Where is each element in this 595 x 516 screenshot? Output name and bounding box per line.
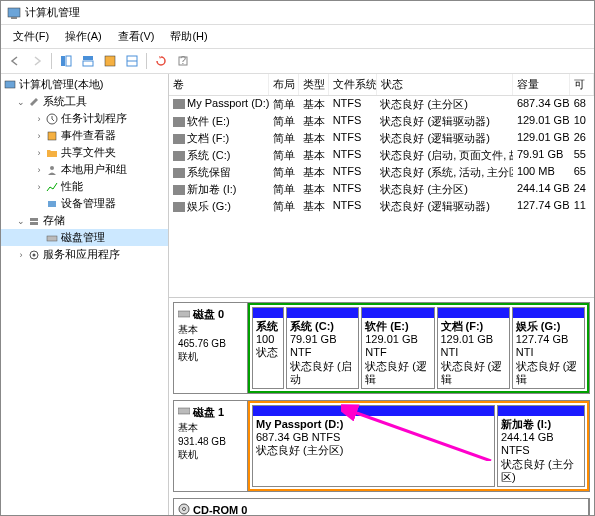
expand-icon[interactable]: › — [33, 182, 45, 192]
col-status[interactable]: 状态 — [377, 74, 513, 95]
partition[interactable]: 文档 (F:)129.01 GB NTI状态良好 (逻辑 — [437, 307, 510, 389]
volume-icon — [173, 134, 185, 144]
view-button-3[interactable] — [100, 51, 120, 71]
volume-icon — [173, 202, 185, 212]
svg-point-20 — [33, 253, 36, 256]
services-icon — [27, 248, 41, 262]
expand-icon[interactable]: › — [33, 131, 45, 141]
view-button-1[interactable] — [56, 51, 76, 71]
disk-0-partitions: 系统100状态系统 (C:)79.91 GB NTF状态良好 (启动软件 (E:… — [248, 303, 589, 393]
volume-row[interactable]: 系统 (C:)简单基本NTFS状态良好 (启动, 页面文件, 故障转储, 主分区… — [169, 147, 594, 164]
partition[interactable]: 软件 (E:)129.01 GB NTF状态良好 (逻辑 — [361, 307, 434, 389]
users-icon — [45, 163, 59, 177]
expand-icon[interactable]: › — [15, 250, 27, 260]
expand-icon[interactable]: › — [33, 148, 45, 158]
svg-rect-13 — [48, 132, 56, 140]
svg-rect-6 — [105, 56, 115, 66]
tree-task-scheduler[interactable]: › 任务计划程序 — [1, 110, 168, 127]
view-button-2[interactable] — [78, 51, 98, 71]
menu-view[interactable]: 查看(V) — [110, 27, 163, 46]
col-type[interactable]: 类型 — [299, 74, 329, 95]
partition[interactable]: 新加卷 (I:)244.14 GB NTFS状态良好 (主分区) — [497, 405, 585, 487]
menubar: 文件(F) 操作(A) 查看(V) 帮助(H) — [1, 25, 594, 49]
tree-performance[interactable]: › 性能 — [1, 178, 168, 195]
svg-point-14 — [50, 166, 54, 170]
event-icon — [45, 129, 59, 143]
svg-rect-22 — [178, 408, 190, 414]
partition[interactable]: 系统 (C:)79.91 GB NTF状态良好 (启动 — [286, 307, 359, 389]
expand-icon[interactable]: › — [33, 165, 45, 175]
computer-icon — [3, 78, 17, 92]
volume-row[interactable]: 软件 (E:)简单基本NTFS状态良好 (逻辑驱动器)129.01 GB10 — [169, 113, 594, 130]
tree-label: 事件查看器 — [61, 128, 116, 143]
menu-action[interactable]: 操作(A) — [57, 27, 110, 46]
toolbar-separator — [51, 53, 52, 69]
disk-icon — [178, 309, 190, 321]
disk-graphical-pane[interactable]: 磁盘 0 基本 465.76 GB 联机 系统100状态系统 (C:)79.91… — [169, 298, 594, 516]
svg-rect-1 — [11, 17, 17, 19]
tree-storage[interactable]: ⌄ 存储 — [1, 212, 168, 229]
volume-row[interactable]: 娱乐 (G:)简单基本NTFS状态良好 (逻辑驱动器)127.74 GB11 — [169, 198, 594, 215]
partition[interactable]: My Passport (D:)687.34 GB NTFS状态良好 (主分区) — [252, 405, 495, 487]
col-free[interactable]: 可 — [570, 74, 594, 95]
tree-device-manager[interactable]: 设备管理器 — [1, 195, 168, 212]
disk-title: 磁盘 1 — [193, 405, 224, 420]
tools-icon — [27, 95, 41, 109]
tree-system-tools[interactable]: ⌄ 系统工具 — [1, 93, 168, 110]
disk-icon — [178, 406, 190, 418]
expand-icon[interactable]: › — [33, 114, 45, 124]
col-layout[interactable]: 布局 — [269, 74, 299, 95]
tree-label: 磁盘管理 — [61, 230, 105, 245]
col-name[interactable]: 卷 — [169, 74, 269, 95]
tree-pane[interactable]: 计算机管理(本地) ⌄ 系统工具 › 任务计划程序 › 事件查看器 › 共享文件… — [1, 74, 169, 516]
tree-disk-mgmt[interactable]: 磁盘管理 — [1, 229, 168, 246]
partition[interactable]: 娱乐 (G:)127.74 GB NTI状态良好 (逻辑 — [512, 307, 585, 389]
perf-icon — [45, 180, 59, 194]
back-button[interactable] — [5, 51, 25, 71]
volume-icon — [173, 99, 185, 109]
disk-size: 931.48 GB — [178, 436, 243, 447]
cdrom-row[interactable]: CD-ROM 0 DVD (H:) — [173, 498, 590, 516]
tree-label: 存储 — [43, 213, 65, 228]
tree-root[interactable]: 计算机管理(本地) — [1, 76, 168, 93]
svg-rect-5 — [83, 61, 93, 66]
forward-button[interactable] — [27, 51, 47, 71]
disk-0-label[interactable]: 磁盘 0 基本 465.76 GB 联机 — [174, 303, 248, 393]
folder-icon — [45, 146, 59, 160]
volume-row[interactable]: 系统保留简单基本NTFS状态良好 (系统, 活动, 主分区)100 MB65 — [169, 164, 594, 181]
help-button[interactable]: ? — [173, 51, 193, 71]
volume-row[interactable]: 新加卷 (I:)简单基本NTFS状态良好 (主分区)244.14 GB24 — [169, 181, 594, 198]
col-capacity[interactable]: 容量 — [513, 74, 570, 95]
svg-text:?: ? — [180, 55, 186, 66]
tree-local-users[interactable]: › 本地用户和组 — [1, 161, 168, 178]
partition[interactable]: 系统100状态 — [252, 307, 284, 389]
tree-shared-folders[interactable]: › 共享文件夹 — [1, 144, 168, 161]
menu-file[interactable]: 文件(F) — [5, 27, 57, 46]
scheduler-icon — [45, 112, 59, 126]
tree-event-viewer[interactable]: › 事件查看器 — [1, 127, 168, 144]
svg-point-24 — [183, 507, 186, 510]
collapse-icon[interactable]: ⌄ — [15, 216, 27, 226]
tree-label: 性能 — [61, 179, 83, 194]
refresh-button[interactable] — [151, 51, 171, 71]
disk-0-row[interactable]: 磁盘 0 基本 465.76 GB 联机 系统100状态系统 (C:)79.91… — [173, 302, 590, 394]
titlebar: 计算机管理 — [1, 1, 594, 25]
menu-help[interactable]: 帮助(H) — [162, 27, 215, 46]
volume-list[interactable]: 卷 布局 类型 文件系统 状态 容量 可 My Passport (D:)简单基… — [169, 74, 594, 298]
volume-icon — [173, 151, 185, 161]
disk-1-row[interactable]: 磁盘 1 基本 931.48 GB 联机 My Passport (D:)687… — [173, 400, 590, 492]
disk-1-label[interactable]: 磁盘 1 基本 931.48 GB 联机 — [174, 401, 248, 491]
tree-services[interactable]: › 服务和应用程序 — [1, 246, 168, 263]
app-icon — [7, 6, 21, 20]
toolbar-separator — [146, 53, 147, 69]
tree-label: 任务计划程序 — [61, 111, 127, 126]
svg-rect-4 — [83, 56, 93, 60]
volume-row[interactable]: My Passport (D:)简单基本NTFS状态良好 (主分区)687.34… — [169, 96, 594, 113]
cdrom-label[interactable]: CD-ROM 0 DVD (H:) — [174, 499, 589, 516]
tree-label: 系统工具 — [43, 94, 87, 109]
view-button-4[interactable] — [122, 51, 142, 71]
volume-row[interactable]: 文档 (F:)简单基本NTFS状态良好 (逻辑驱动器)129.01 GB26 — [169, 130, 594, 147]
collapse-icon[interactable]: ⌄ — [15, 97, 27, 107]
svg-rect-15 — [48, 201, 56, 207]
col-fs[interactable]: 文件系统 — [329, 74, 377, 95]
